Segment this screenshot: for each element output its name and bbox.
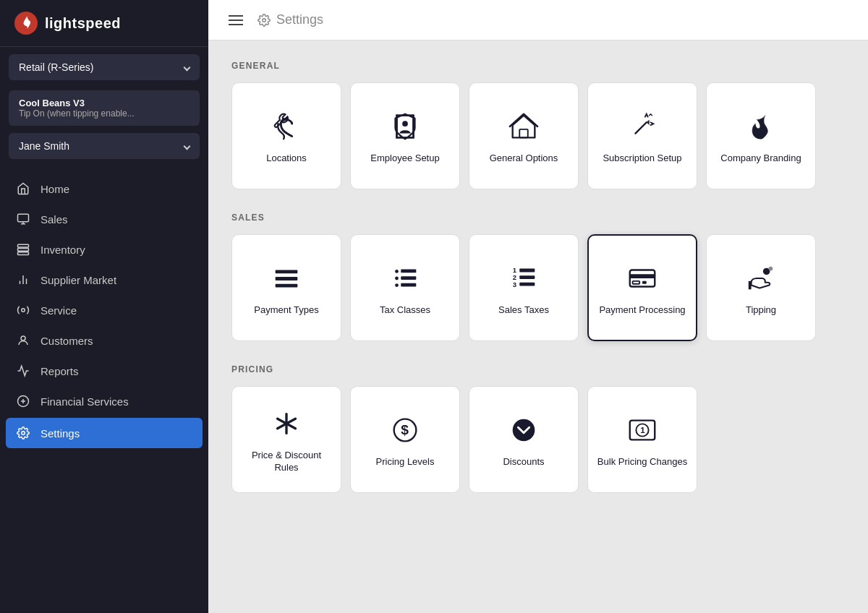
card-pricing-levels[interactable]: $ Pricing Levels (350, 386, 460, 493)
pricing-cards-grid: Price & Discount Rules $ Pricing Levels (231, 386, 845, 493)
pricing-section-label: PRICING (231, 364, 845, 374)
card-company-branding[interactable]: Company Branding (706, 82, 816, 189)
tipping-card-label: Tipping (746, 304, 776, 317)
sidebar-item-reports-label: Reports (41, 365, 79, 377)
payment-processing-card-label: Payment Processing (599, 304, 685, 317)
svg-rect-6 (18, 252, 29, 255)
inventory-icon (16, 242, 30, 257)
svg-text:1: 1 (640, 425, 645, 434)
subscription-setup-card-label: Subscription Setup (603, 153, 681, 165)
topbar: Settings (208, 0, 868, 40)
company-branding-card-label: Company Branding (720, 153, 801, 165)
price-discount-rules-card-label: Price & Discount Rules (241, 450, 332, 474)
user-selector-label: Jane Smith (19, 140, 69, 152)
svg-rect-5 (18, 249, 29, 252)
bulk-pricing-changes-icon: 1 (624, 411, 661, 449)
store-selector[interactable]: Retail (R-Series) (9, 54, 200, 80)
sales-cards-grid: Payment Types Tax Classes (231, 234, 845, 341)
sidebar-item-sales-label: Sales (41, 213, 68, 226)
discounts-card-label: Discounts (503, 456, 544, 468)
payment-processing-icon (624, 260, 661, 297)
hamburger-button[interactable] (226, 12, 246, 28)
svg-point-10 (22, 309, 25, 312)
home-icon (16, 181, 30, 196)
card-general-options[interactable]: General Options (469, 82, 579, 189)
sidebar-item-service[interactable]: Service (0, 295, 208, 325)
svg-point-15 (22, 432, 25, 435)
svg-rect-29 (401, 283, 416, 286)
nav-menu: Home Sales Inventory Supplier Market Ser (0, 169, 208, 613)
bulk-pricing-changes-card-label: Bulk Pricing Changes (597, 456, 687, 468)
supplier-market-icon (16, 273, 30, 287)
svg-rect-35 (519, 282, 535, 286)
card-locations[interactable]: Locations (231, 82, 341, 189)
subscription-setup-icon (624, 108, 661, 145)
hamburger-line-1 (229, 15, 243, 17)
financial-services-icon (16, 394, 30, 408)
employee-setup-card-label: Employee Setup (370, 153, 439, 165)
store-tip: Tip On (when tipping enable... (19, 108, 190, 119)
sidebar-item-reports[interactable]: Reports (0, 356, 208, 386)
svg-point-41 (769, 266, 773, 270)
svg-rect-4 (18, 244, 29, 247)
sidebar: lightspeed Retail (R-Series) Cool Beans … (0, 0, 208, 613)
svg-point-18 (402, 121, 408, 127)
sidebar-item-sales[interactable]: Sales (0, 204, 208, 234)
sidebar-item-supplier-market[interactable]: Supplier Market (0, 265, 208, 295)
svg-rect-39 (642, 280, 647, 283)
sidebar-item-inventory[interactable]: Inventory (0, 234, 208, 265)
sidebar-item-customers-label: Customers (41, 335, 93, 347)
svg-point-47 (513, 419, 535, 441)
svg-rect-31 (519, 268, 535, 272)
main-content: Settings GENERAL Locations (208, 0, 868, 613)
card-discounts[interactable]: Discounts (469, 386, 579, 493)
sidebar-item-supplier-market-label: Supplier Market (41, 274, 116, 286)
topbar-title-text: Settings (276, 12, 323, 27)
tipping-icon (742, 260, 780, 297)
card-subscription-setup[interactable]: Subscription Setup (587, 82, 697, 189)
sidebar-item-settings-label: Settings (41, 427, 80, 440)
sales-icon (16, 212, 30, 226)
svg-rect-19 (519, 129, 528, 137)
svg-rect-23 (276, 283, 298, 287)
card-price-discount-rules[interactable]: Price & Discount Rules (231, 386, 341, 493)
logo-text: lightspeed (45, 15, 121, 32)
sidebar-item-inventory-label: Inventory (41, 244, 85, 256)
svg-rect-37 (630, 274, 655, 278)
sidebar-item-financial-services[interactable]: Financial Services (0, 386, 208, 416)
sidebar-item-home[interactable]: Home (0, 173, 208, 204)
locations-card-label: Locations (266, 153, 307, 165)
sidebar-item-customers[interactable]: Customers (0, 325, 208, 356)
card-bulk-pricing-changes[interactable]: 1 Bulk Pricing Changes (587, 386, 697, 493)
reports-icon (16, 364, 30, 378)
card-payment-types[interactable]: Payment Types (231, 234, 341, 341)
logo-area: lightspeed (0, 0, 208, 47)
svg-rect-27 (401, 276, 416, 280)
svg-rect-25 (401, 269, 416, 273)
card-sales-taxes[interactable]: 1 2 3 Sales Taxes (469, 234, 579, 341)
topbar-settings-icon (258, 14, 271, 27)
lightspeed-logo-icon (14, 12, 38, 35)
store-selector-label: Retail (R-Series) (19, 61, 93, 73)
store-info: Cool Beans V3 Tip On (when tipping enabl… (9, 90, 200, 126)
price-discount-rules-icon (268, 405, 305, 442)
svg-point-24 (395, 270, 399, 273)
locations-icon (268, 108, 305, 145)
settings-icon (16, 426, 30, 440)
svg-point-26 (395, 276, 399, 280)
card-tipping[interactable]: Tipping (706, 234, 816, 341)
card-payment-processing[interactable]: Payment Processing (587, 234, 697, 341)
sidebar-item-financial-services-label: Financial Services (41, 395, 129, 408)
svg-text:3: 3 (513, 280, 516, 288)
card-tax-classes[interactable]: Tax Classes (350, 234, 460, 341)
user-selector[interactable]: Jane Smith (9, 133, 200, 159)
tax-classes-card-label: Tax Classes (380, 304, 430, 317)
svg-point-11 (21, 336, 25, 340)
general-cards-grid: Locations Employee Setup (231, 82, 845, 189)
service-icon (16, 303, 30, 317)
discounts-icon (505, 411, 542, 449)
sidebar-item-settings[interactable]: Settings (6, 418, 203, 448)
card-employee-setup[interactable]: Employee Setup (350, 82, 460, 189)
svg-rect-1 (18, 214, 29, 222)
svg-point-28 (395, 283, 399, 287)
